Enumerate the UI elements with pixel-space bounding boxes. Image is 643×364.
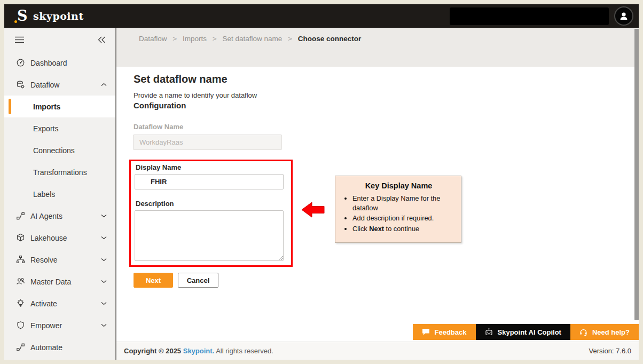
chevron-down-icon xyxy=(101,258,107,262)
sidebar-item-label: Dashboard xyxy=(30,59,67,67)
dataflow-icon xyxy=(16,80,25,89)
breadcrumb-item-current: Choose connector xyxy=(298,35,362,43)
sidebar-item-empower[interactable]: Empower xyxy=(4,314,115,336)
display-name-input[interactable] xyxy=(135,174,284,189)
people-icon xyxy=(16,277,25,286)
sidebar-item-imports[interactable]: Imports xyxy=(4,96,115,117)
callout-bullet: Click Next to continue xyxy=(352,224,456,234)
sidebar-item-label: Transformations xyxy=(33,168,87,177)
headset-icon xyxy=(579,328,587,336)
chevron-down-icon xyxy=(101,236,107,240)
workflow-icon xyxy=(16,211,25,220)
logo-dot xyxy=(14,20,17,23)
main-area: Dataflow > Imports > Set dataflow name >… xyxy=(116,28,639,360)
cancel-button[interactable]: Cancel xyxy=(178,273,218,288)
feedback-chat-icon xyxy=(422,328,430,336)
hierarchy-icon xyxy=(16,255,25,264)
sidebar-item-label: Activate xyxy=(30,299,57,308)
sidebar-item-master-data[interactable]: Master Data xyxy=(4,271,115,292)
sidebar-item-ai-agents[interactable]: AI Agents xyxy=(4,205,115,227)
chevron-down-icon xyxy=(101,302,107,305)
brand-name: skypoint xyxy=(33,10,84,22)
breadcrumb-item-dataflow[interactable]: Dataflow xyxy=(139,35,167,43)
feedback-button[interactable]: Feedback xyxy=(413,324,476,340)
shield-icon xyxy=(16,321,25,330)
version-label: Version: 7.6.0 xyxy=(589,347,632,355)
lightbulb-icon xyxy=(16,299,25,308)
sidebar-item-label: Master Data xyxy=(30,278,71,286)
chevron-down-icon xyxy=(101,280,107,283)
chevron-down-icon xyxy=(101,214,107,218)
callout-bullet-text: to continue xyxy=(384,225,419,233)
hamburger-menu-icon[interactable] xyxy=(15,36,24,43)
page-subtitle: Provide a name to identify your dataflow xyxy=(134,91,257,99)
callout-bullet-list: Enter a Display Name for the dataflow Ad… xyxy=(342,194,456,234)
copilot-robot-icon xyxy=(485,328,493,336)
dashboard-icon xyxy=(16,58,25,67)
sidebar-item-transformations[interactable]: Transformations xyxy=(4,161,115,183)
callout-title: Key Display Name xyxy=(342,181,456,190)
floating-action-buttons: Feedback Skypoint AI Copilot xyxy=(413,324,639,340)
sidebar-item-automate[interactable]: Automate xyxy=(4,336,115,358)
tutorial-highlight-box: Display Name Description xyxy=(129,160,293,267)
sidebar-item-label: Labels xyxy=(33,190,55,199)
callout-bullet-text: Click xyxy=(352,225,369,233)
breadcrumb-item-set-dataflow-name[interactable]: Set dataflow name xyxy=(222,35,282,43)
callout-bullet-bold: Next xyxy=(369,225,384,233)
breadcrumb: Dataflow > Imports > Set dataflow name >… xyxy=(116,28,639,67)
feedback-label: Feedback xyxy=(435,328,467,336)
sidebar-item-label: Dataflow xyxy=(30,81,59,89)
breadcrumb-separator: > xyxy=(213,35,217,43)
red-left-arrow xyxy=(301,201,325,218)
app-window: S skypoint xyxy=(4,4,639,360)
sidebar-item-connections[interactable]: Connections xyxy=(4,139,115,161)
callout-key-display-name: Key Display Name Enter a Display Name fo… xyxy=(335,176,461,243)
sidebar-item-label: Imports xyxy=(33,102,60,111)
workflow-icon xyxy=(16,343,25,352)
sidebar-item-exports[interactable]: Exports xyxy=(4,117,115,139)
active-indicator xyxy=(9,99,11,114)
next-button[interactable]: Next xyxy=(134,273,173,288)
breadcrumb-separator: > xyxy=(288,35,292,43)
sidebar-item-label: Resolve xyxy=(30,256,58,264)
top-header-bar: S skypoint xyxy=(4,4,639,28)
skypoint-logo-icon[interactable]: S xyxy=(14,7,28,25)
need-help-button[interactable]: Need help? xyxy=(570,324,639,340)
cube-icon xyxy=(16,233,25,242)
sidebar-item-label: Lakehouse xyxy=(30,234,67,242)
footer: Copyright © 2025 Skypoint. All rights re… xyxy=(116,342,639,360)
description-textarea[interactable] xyxy=(135,210,284,261)
sidebar: Dashboard Dataflow Imports Export xyxy=(4,28,116,360)
sidebar-item-label: Automate xyxy=(30,343,62,352)
collapse-sidebar-icon[interactable] xyxy=(98,36,106,43)
sidebar-item-labels[interactable]: Labels xyxy=(4,183,115,205)
section-title-configuration: Configuration xyxy=(134,101,186,110)
header-search-redacted[interactable] xyxy=(450,7,609,25)
sidebar-item-resolve[interactable]: Resolve xyxy=(4,249,115,271)
sidebar-item-activate[interactable]: Activate xyxy=(4,292,115,314)
sidebar-item-label: Connections xyxy=(33,146,75,155)
skypoint-link[interactable]: Skypoint. xyxy=(183,347,215,355)
callout-bullet: Enter a Display Name for the dataflow xyxy=(352,194,456,212)
display-name-label: Display Name xyxy=(136,163,181,171)
app-body: Dashboard Dataflow Imports Export xyxy=(4,28,639,360)
skypoint-ai-copilot-button[interactable]: Skypoint AI Copilot xyxy=(476,324,570,340)
user-avatar-icon[interactable] xyxy=(614,6,633,26)
sidebar-item-lakehouse[interactable]: Lakehouse xyxy=(4,227,115,249)
breadcrumb-separator: > xyxy=(172,35,177,43)
sidebar-item-dashboard[interactable]: Dashboard xyxy=(4,52,115,74)
copyright-text: Copyright © 2025 Skypoint. All rights re… xyxy=(124,347,273,355)
sidebar-item-label: AI Agents xyxy=(30,212,62,220)
description-label: Description xyxy=(136,200,174,208)
copilot-label: Skypoint AI Copilot xyxy=(498,328,561,336)
screen-frame: S skypoint xyxy=(0,0,643,364)
chevron-up-icon xyxy=(101,83,107,86)
dataflow-name-input xyxy=(133,134,282,150)
vertical-scrollbar[interactable] xyxy=(634,29,639,320)
sidebar-item-dataflow[interactable]: Dataflow xyxy=(4,74,115,96)
dataflow-name-label: Dataflow Name xyxy=(134,123,183,131)
copyright-suffix: All rights reserved. xyxy=(214,347,273,355)
form-actions: Next Cancel xyxy=(134,273,218,288)
breadcrumb-item-imports[interactable]: Imports xyxy=(183,35,207,43)
page-title: Set dataflow name xyxy=(134,73,228,85)
